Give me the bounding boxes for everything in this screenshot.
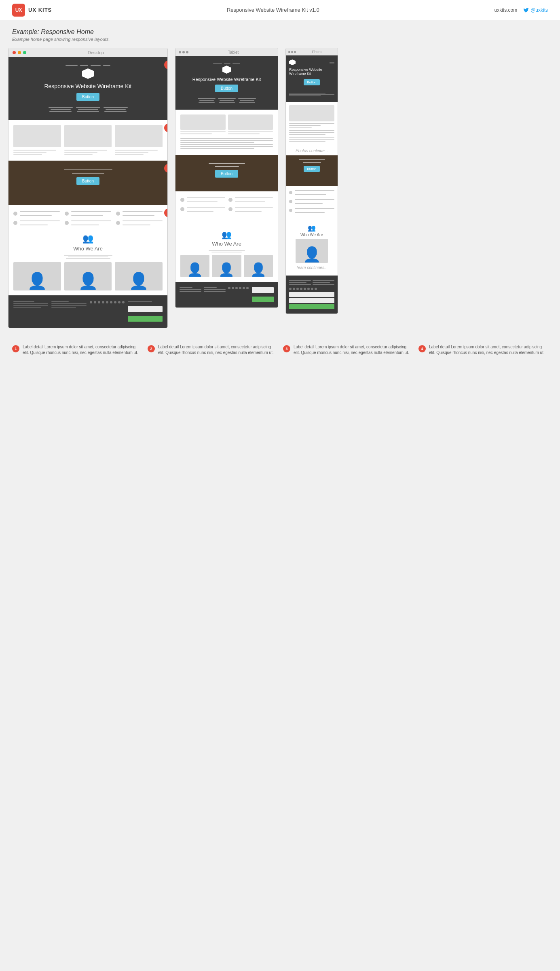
tablet-photo: Button [175, 155, 278, 191]
label-4: 4 Label detail Lorem ipsum dolor sit ame… [418, 344, 548, 356]
phone-photos-continue: Photos continue... [286, 146, 338, 155]
dot-green [23, 51, 26, 54]
header: UX UX KITS Responsive Website Wireframe … [0, 0, 560, 20]
desktop-team: 👥 Who We Are 👤 [8, 205, 167, 295]
phone-hexagon [289, 59, 296, 65]
phone-team-rows [286, 186, 338, 219]
label-badge-2: 2 [148, 345, 155, 352]
desktop-team-title: Who We Are [13, 246, 163, 252]
desktop-label: Desktop [88, 50, 104, 55]
logo-area: UX UX KITS [12, 4, 52, 17]
desktop-cards [8, 120, 167, 161]
desktop-frame: Desktop 1 Responsive Website Wireframe K… [8, 48, 168, 328]
label-2: 2 Label detail Lorem ipsum dolor sit ame… [148, 344, 277, 356]
phone-titlebar: Phone [286, 48, 338, 55]
phone-cards [286, 102, 338, 146]
label-text-4: Label detail Lorem ipsum dolor sit amet,… [429, 344, 548, 356]
phone-photo-btn[interactable]: Button [304, 166, 319, 172]
desktop-wrapper: Desktop 1 Responsive Website Wireframe K… [8, 48, 168, 328]
phone-team-title: Who We Are [289, 233, 334, 237]
desktop-hexagon [82, 68, 94, 79]
phone-wrapper: Phone Responsive Website Wireframe Kit B… [285, 48, 338, 314]
logo-icon: UX [12, 4, 25, 17]
tablet-label: Tablet [228, 50, 239, 55]
tablet-hexagon [222, 66, 231, 74]
page-title-area: Example: Responsive Home Example home pa… [0, 20, 560, 48]
label-text-3: Label detail Lorem ipsum dolor sit amet,… [294, 344, 412, 356]
phone-frame: Phone Responsive Website Wireframe Kit B… [285, 48, 338, 314]
label-text-2: Label detail Lorem ipsum dolor sit amet,… [158, 344, 277, 356]
tablet-photo-btn[interactable]: Button [215, 170, 238, 178]
label-badge-3: 3 [283, 345, 290, 352]
tablet-content-rows [175, 191, 278, 222]
page-subtitle: Example home page showing responsive lay… [12, 37, 548, 42]
hamburger-icon[interactable] [330, 61, 334, 64]
phone-photo: Button [286, 155, 338, 186]
header-links: uxkits.com @uxkits [494, 7, 548, 13]
phone-hero: Responsive Website Wireframe Kit Button [286, 55, 338, 102]
tablet-hero: Responsive Website Wireframe Kit Button [175, 56, 278, 110]
tablet-frame: Tablet Responsive Website Wireframe Kit … [175, 48, 278, 308]
phone-hero-btn[interactable]: Button [304, 79, 319, 85]
label-1: 1 Label detail Lorem ipsum dolor sit ame… [12, 344, 142, 356]
phone-label: Phone [312, 50, 322, 54]
header-title: Responsive Website Wireframe Kit v1.0 [227, 7, 319, 13]
desktop-hero-nav [15, 107, 161, 112]
desktop-hero: Responsive Website Wireframe Kit Button [8, 57, 167, 120]
tablet-team: 👥 Who We Are 👤 👤 👤 [175, 222, 278, 282]
desktop-titlebar: Desktop [8, 48, 167, 57]
desktop-photo-btn[interactable]: Button [76, 177, 99, 185]
page-title: Example: Responsive Home [12, 28, 548, 36]
dot-red [13, 51, 16, 54]
tablet-hero-title: Responsive Website Wireframe Kit [180, 77, 273, 82]
labels-area: 1 Label detail Lorem ipsum dolor sit ame… [0, 336, 560, 364]
phone-hero-title: Responsive Website Wireframe Kit [289, 68, 334, 76]
site-link[interactable]: uxkits.com [494, 7, 517, 13]
phone-team: 👥 Who We Are 👤 Team continues... [286, 219, 338, 276]
desktop-photo: Button [8, 161, 167, 205]
label-text-1: Label detail Lorem ipsum dolor sit amet,… [23, 344, 142, 356]
tablet-titlebar: Tablet [175, 48, 278, 56]
logo-text: UX KITS [28, 7, 52, 13]
phone-footer [286, 276, 338, 314]
label-badge-4: 4 [418, 345, 426, 352]
main-content: Desktop 1 Responsive Website Wireframe K… [0, 48, 560, 336]
label-badge-1: 1 [12, 345, 19, 352]
desktop-footer [8, 295, 167, 328]
tablet-team-title: Who We Are [180, 241, 273, 247]
tablet-hero-btn[interactable]: Button [215, 85, 238, 92]
tablet-wrapper: Tablet Responsive Website Wireframe Kit … [175, 48, 278, 308]
label-3: 3 Label detail Lorem ipsum dolor sit ame… [283, 344, 412, 356]
twitter-link[interactable]: @uxkits [523, 7, 548, 13]
phone-team-continue: Team continues... [289, 263, 334, 272]
tablet-footer-btn[interactable] [252, 297, 274, 302]
dot-yellow [18, 51, 21, 54]
tablet-footer [175, 282, 278, 307]
phone-footer-btn[interactable] [289, 304, 334, 309]
desktop-hero-title: Responsive Website Wireframe Kit [15, 83, 161, 89]
tablet-cards [175, 110, 278, 155]
desktop-hero-btn[interactable]: Button [76, 93, 99, 101]
desktop-footer-btn[interactable] [128, 316, 163, 322]
